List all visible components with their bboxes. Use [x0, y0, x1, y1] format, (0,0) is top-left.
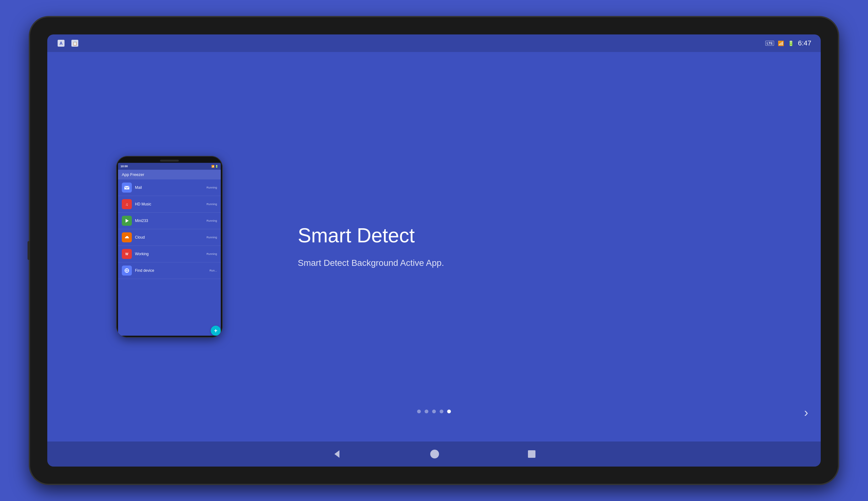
app-item-working[interactable]: W Working Running — [118, 246, 221, 263]
svg-rect-5 — [124, 186, 129, 190]
home-button[interactable] — [430, 449, 440, 459]
svg-marker-17 — [334, 450, 340, 458]
app-item-mini233[interactable]: Mini233 Running — [118, 213, 221, 229]
app-item-finddevice[interactable]: Find device Run... — [118, 263, 221, 279]
tablet-shell: A 📋 LTE 📶 🔋 6:47 — [30, 17, 838, 484]
svg-point-18 — [430, 450, 439, 458]
dot-4[interactable] — [440, 409, 443, 413]
app-name-mail: Mail — [135, 185, 206, 190]
phone-area: 10:00 📶 🔋 App Freezer — [47, 52, 267, 441]
app-status-mail: Running — [206, 186, 217, 189]
app-icon-finddevice — [122, 266, 132, 276]
notification-icon-a: A — [57, 39, 65, 47]
phone-fab-button[interactable]: + — [211, 326, 221, 336]
dot-3[interactable] — [432, 409, 436, 413]
status-bar: A 📋 LTE 📶 🔋 6:47 — [47, 34, 821, 52]
notification-icon-clipboard: 📋 — [71, 39, 79, 47]
app-icon-working: W — [122, 249, 132, 259]
app-name-finddevice: Find device — [135, 268, 210, 273]
app-icon-mini233 — [122, 216, 132, 226]
app-icon-cloud — [122, 232, 132, 242]
pagination-dots — [417, 409, 451, 413]
phone-status-bar: 10:00 📶 🔋 — [118, 163, 221, 170]
app-icon-hdmusic: ♫ — [122, 199, 132, 209]
app-item-mail[interactable]: Mail Running — [118, 179, 221, 196]
svg-text:📋: 📋 — [73, 41, 77, 46]
status-bar-left: A 📋 — [57, 39, 79, 47]
app-status-finddevice: Run... — [210, 269, 217, 272]
app-freezer-header: App Freezer — [118, 170, 221, 179]
dot-1[interactable] — [417, 409, 421, 413]
clock: 6:47 — [798, 39, 811, 47]
svg-rect-19 — [528, 450, 535, 458]
app-status-cloud: Running — [206, 236, 217, 239]
app-item-hdmusic[interactable]: ♫ HD Music Running — [118, 196, 221, 213]
feature-title: Smart Detect — [298, 224, 790, 247]
phone-battery: 🔋 — [215, 165, 218, 168]
signal-icon: 📶 — [778, 40, 784, 46]
app-name-cloud: Cloud — [135, 235, 206, 239]
next-arrow-button[interactable]: › — [804, 405, 808, 419]
app-item-cloud[interactable]: Cloud Running — [118, 229, 221, 246]
app-name-mini233: Mini233 — [135, 218, 206, 223]
status-bar-right: LTE 📶 🔋 6:47 — [765, 39, 811, 47]
battery-icon: 🔋 — [788, 40, 794, 46]
feature-description: Smart Detect Background Active App. — [298, 256, 790, 270]
dot-5-active[interactable] — [447, 409, 451, 413]
phone-speaker — [160, 160, 179, 162]
app-name-hdmusic: HD Music — [135, 202, 206, 206]
dot-2[interactable] — [425, 409, 428, 413]
main-content: 10:00 📶 🔋 App Freezer — [47, 52, 821, 441]
app-name-working: Working — [135, 252, 206, 256]
svg-text:W: W — [125, 252, 128, 256]
nav-bar — [47, 441, 821, 467]
lte-indicator: LTE — [765, 41, 774, 46]
svg-text:A: A — [60, 41, 63, 46]
right-feature-content: Smart Detect Smart Detect Background Act… — [267, 52, 821, 441]
phone-screen: 10:00 📶 🔋 App Freezer — [118, 163, 221, 336]
side-button — [28, 241, 30, 260]
app-status-mini233: Running — [206, 219, 217, 222]
app-status-hdmusic: Running — [206, 203, 217, 206]
phone-clock: 10:00 — [120, 165, 128, 168]
back-button[interactable] — [332, 449, 342, 459]
app-icon-mail — [122, 183, 132, 193]
app-status-working: Running — [206, 252, 217, 256]
tablet-screen: A 📋 LTE 📶 🔋 6:47 — [47, 34, 821, 467]
phone-signal: 📶 — [211, 165, 214, 168]
phone-shell: 10:00 📶 🔋 App Freezer — [116, 156, 223, 338]
recents-button[interactable] — [527, 450, 536, 458]
svg-text:♫: ♫ — [126, 202, 128, 207]
phone-app-list: Mail Running ♫ HD Music — [118, 179, 221, 336]
phone-status-icons: 📶 🔋 — [211, 165, 218, 168]
